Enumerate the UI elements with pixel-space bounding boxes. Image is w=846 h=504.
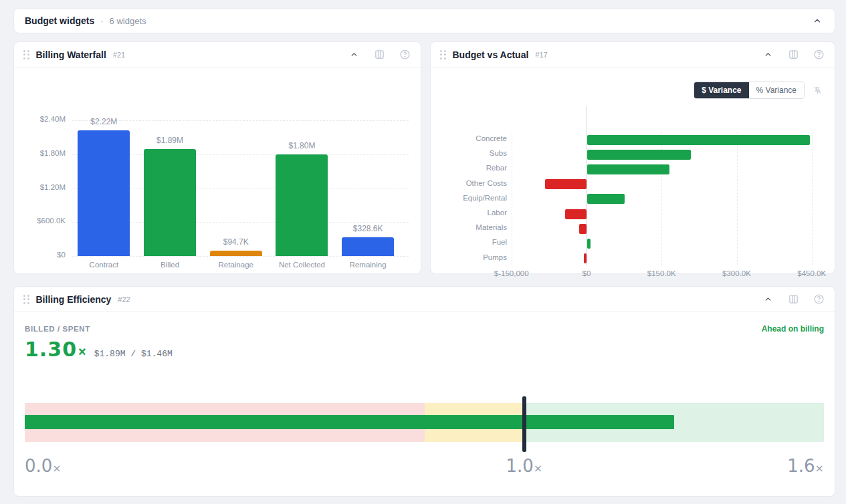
variance-bar-equip-rental[interactable]	[587, 194, 625, 204]
widget-billing-waterfall: Billing Waterfall #21 $0$600.0K$1.20M$1.…	[13, 41, 421, 274]
billed-spent-amounts: $1.89M / $1.46M	[94, 349, 173, 359]
bar-value-label: $1.80M	[269, 141, 335, 150]
y-axis-category: Materials	[431, 223, 507, 231]
x-axis-tick: $300.0K	[707, 269, 767, 277]
columns-icon[interactable]	[786, 293, 800, 306]
variance-bar-other-costs[interactable]	[545, 179, 587, 189]
x-axis-category: Billed	[137, 261, 203, 269]
y-axis-tick: $600.0K	[14, 217, 66, 225]
chevron-up-icon[interactable]	[761, 293, 774, 306]
y-axis-category: Pumps	[431, 253, 507, 261]
y-axis-category: Concrete	[431, 134, 507, 142]
status-badge: Ahead on billing	[762, 324, 824, 334]
gauge-target-marker	[522, 396, 526, 452]
widget-id: #22	[118, 295, 130, 303]
gauge-axis-number: 0.0	[25, 456, 52, 476]
x-axis-tick: $0	[556, 269, 617, 277]
section-separator: ·	[100, 16, 103, 26]
variance-bar-rebar[interactable]	[587, 164, 669, 174]
drag-handle-icon[interactable]	[23, 50, 29, 59]
gauge-value-bar[interactable]	[25, 415, 674, 429]
y-axis-category: Other Costs	[431, 179, 507, 187]
help-circle-icon[interactable]	[398, 48, 411, 61]
y-axis-category: Subs	[431, 149, 507, 157]
variance-bar-materials[interactable]	[579, 224, 587, 234]
bar-value-label: $2.22M	[71, 117, 137, 126]
widget-billing-efficiency: Billing Efficiency #22 BILLED / SPENT Ah…	[13, 286, 835, 497]
widget-title: Billing Efficiency	[36, 294, 112, 305]
columns-icon[interactable]	[786, 48, 800, 61]
variance-bar-fuel[interactable]	[587, 239, 591, 249]
y-axis-category: Fuel	[431, 238, 507, 246]
variance-bar-pumps[interactable]	[584, 253, 587, 263]
waterfall-bar-contract[interactable]	[78, 130, 130, 256]
drag-handle-icon[interactable]	[440, 50, 446, 59]
y-axis-tick: $2.40M	[14, 115, 66, 123]
gauge-axis-label: 1.0×	[506, 456, 542, 476]
dashboard-page: Budget widgets · 6 widgets Billing Water…	[0, 0, 846, 504]
y-axis-category: Equip/Rental	[431, 194, 507, 202]
x-axis-category: Remaining	[335, 261, 401, 269]
x-axis-category: Net Collected	[269, 261, 335, 269]
columns-icon[interactable]	[373, 48, 386, 61]
waterfall-bar-remaining[interactable]	[342, 237, 394, 256]
y-axis-tick: $1.80M	[14, 149, 66, 157]
gauge-axis-number: 1.0	[506, 456, 533, 476]
gauge-axis-suffix: ×	[534, 462, 542, 475]
chevron-up-icon[interactable]	[761, 48, 774, 61]
widget-id: #21	[113, 51, 125, 59]
variance-bar-concrete[interactable]	[587, 135, 810, 145]
widget-title: Budget vs Actual	[453, 49, 529, 60]
drag-handle-icon[interactable]	[23, 295, 29, 304]
gridline	[72, 256, 409, 257]
gauge-axis-label: 1.6×	[787, 456, 824, 476]
y-axis-category: Labor	[431, 209, 507, 217]
x-axis-category: Retainage	[203, 261, 269, 269]
gridline	[812, 132, 813, 265]
widget-header: Billing Efficiency #22	[14, 287, 835, 312]
bar-value-label: $328.6K	[335, 224, 401, 233]
y-axis-category: Rebar	[431, 164, 507, 172]
section-header[interactable]: Budget widgets · 6 widgets	[13, 8, 835, 33]
y-axis-tick: $1.20M	[14, 183, 66, 191]
x-axis-category: Contract	[71, 261, 137, 269]
gauge-axis-number: 1.6	[787, 456, 815, 476]
bar-value-label: $1.89M	[137, 136, 203, 145]
help-circle-icon[interactable]	[812, 293, 825, 306]
x-axis-tick: $450.0K	[782, 269, 842, 277]
help-circle-icon[interactable]	[812, 48, 825, 61]
gridline	[737, 132, 738, 265]
variance-bar-subs[interactable]	[587, 150, 691, 160]
variance-bar-labor[interactable]	[565, 209, 587, 219]
chevron-up-icon[interactable]	[811, 14, 824, 27]
gauge-axis-label: 0.0×	[25, 456, 62, 476]
waterfall-bar-billed[interactable]	[144, 149, 196, 256]
billed-spent-label: BILLED / SPENT	[25, 325, 90, 333]
chevron-up-icon[interactable]	[347, 48, 360, 61]
bar-value-label: $94.7K	[203, 237, 269, 247]
section-title: Budget widgets	[25, 15, 94, 26]
y-axis-tick: $0	[14, 251, 66, 259]
widget-header: Budget vs Actual #17	[431, 42, 835, 68]
ratio-multiplier-sign: ×	[78, 344, 86, 360]
efficiency-ratio-value: 1.30	[25, 338, 77, 361]
budget-vs-actual-chart: $-150,000$0$150.0K$300.0K$450.0KConcrete…	[431, 68, 835, 274]
widget-budget-vs-actual: Budget vs Actual #17 $ Variance % Varian…	[430, 41, 835, 274]
billing-efficiency-gauge: 0.0×1.0×1.6×	[25, 396, 824, 483]
waterfall-bar-retainage[interactable]	[210, 251, 262, 256]
widget-header: Billing Waterfall #21	[14, 42, 421, 68]
widget-title: Billing Waterfall	[36, 49, 106, 60]
gauge-axis-suffix: ×	[52, 462, 61, 475]
gauge-axis-suffix: ×	[815, 462, 824, 475]
section-widget-count: 6 widgets	[110, 16, 146, 26]
x-axis-tick: $-150,000	[482, 269, 542, 277]
x-axis-tick: $150.0K	[631, 269, 692, 277]
billing-waterfall-chart: $0$600.0K$1.20M$1.80M$2.40M$2.22MContrac…	[14, 68, 421, 274]
widget-id: #17	[535, 51, 547, 59]
gridline	[512, 132, 512, 265]
waterfall-bar-net-collected[interactable]	[276, 154, 328, 256]
